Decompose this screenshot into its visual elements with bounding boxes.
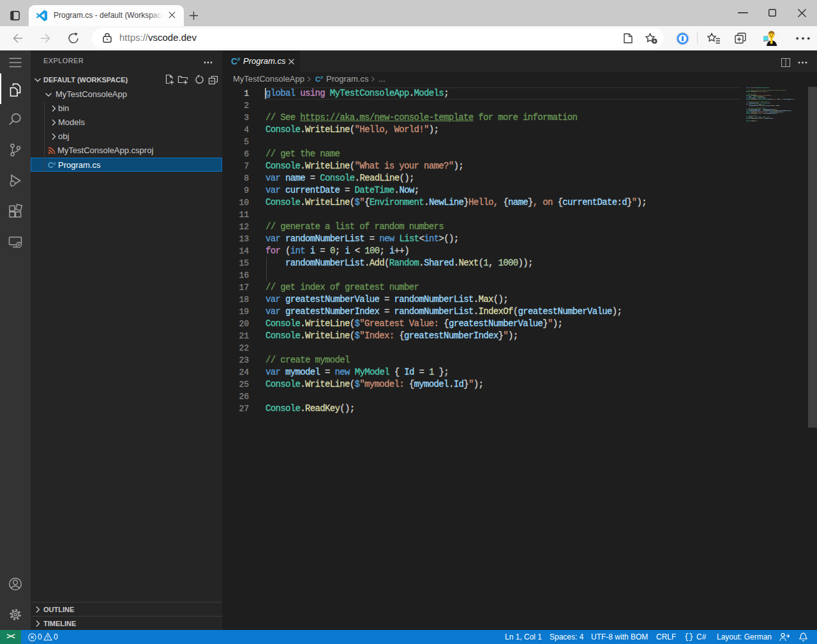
svg-text:#: #: [320, 75, 324, 80]
svg-text:#: #: [53, 161, 56, 167]
svg-text:C: C: [231, 56, 237, 66]
svg-text:C: C: [315, 75, 320, 83]
svg-text:#: #: [237, 56, 241, 63]
